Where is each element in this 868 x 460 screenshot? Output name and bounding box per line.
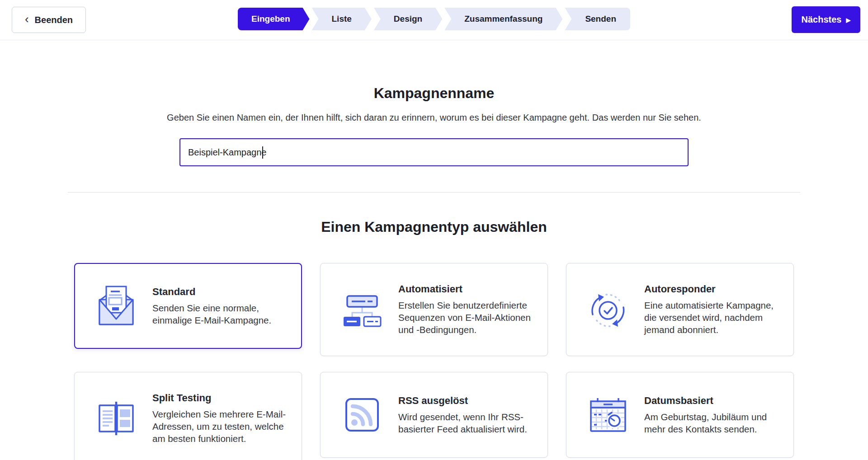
card-text: Split Testing Vergleichen Sie mehrere E-… [152, 392, 292, 445]
card-date-based[interactable]: Datumsbasiert Am Geburtstag, Jubiläum un… [566, 372, 794, 458]
step-label: Senden [585, 14, 616, 24]
step-eingeben[interactable]: Eingeben [238, 8, 310, 30]
step-senden[interactable]: Senden [565, 8, 630, 30]
card-rss-triggered[interactable]: RSS ausgelöst Wird gesendet, wenn Ihr RS… [320, 372, 548, 458]
exit-button[interactable]: ‹ Beenden [12, 7, 86, 33]
card-description: Am Geburtstag, Jubiläum und mehr des Kon… [644, 411, 784, 435]
next-button[interactable]: Nächstes ▶ [792, 6, 860, 33]
card-description: Wird gesendet, wenn Ihr RSS-basierter Fe… [398, 411, 538, 435]
card-text: Datumsbasiert Am Geburtstag, Jubiläum un… [644, 395, 784, 435]
card-text: Autoresponder Eine automatisierte Kampag… [644, 283, 784, 336]
card-description: Senden Sie eine normale, einmalige E-Mai… [152, 302, 292, 326]
card-title: Autoresponder [644, 283, 784, 295]
step-zusammenfassung[interactable]: Zusammenfassung [444, 8, 562, 30]
wizard-stepper: Eingeben Liste Design Zusammenfassung Se… [238, 8, 630, 30]
campaign-type-grid: Standard Senden Sie eine normale, einmal… [0, 263, 868, 460]
step-design[interactable]: Design [374, 8, 442, 30]
card-title: Standard [152, 286, 292, 298]
wizard-content: Kampagnenname Geben Sie einen Namen ein,… [0, 40, 868, 460]
card-description: Erstellen Sie benutzerdefinierte Sequenz… [398, 299, 538, 336]
card-autoresponder[interactable]: Autoresponder Eine automatisierte Kampag… [566, 263, 794, 356]
step-label: Zusammenfassung [464, 14, 542, 24]
section-divider [68, 192, 800, 192]
campaign-name-input-wrap [179, 138, 689, 166]
exit-button-label: Beenden [35, 15, 73, 25]
card-title: Datumsbasiert [644, 395, 784, 407]
card-description: Eine automatisierte Kampagne, die versen… [644, 299, 784, 336]
step-liste[interactable]: Liste [312, 8, 372, 30]
chevron-left-icon: ‹ [25, 13, 29, 25]
card-title: Automatisiert [398, 283, 538, 295]
campaign-type-title: Einen Kampagnentyp auswählen [0, 218, 868, 236]
card-text: Automatisiert Erstellen Sie benutzerdefi… [398, 283, 538, 336]
step-label: Eingeben [251, 14, 290, 24]
campaign-name-row [0, 138, 868, 166]
step-label: Design [394, 14, 422, 24]
card-text: RSS ausgelöst Wird gesendet, wenn Ihr RS… [398, 395, 538, 435]
card-automated[interactable]: Automatisiert Erstellen Sie benutzerdefi… [320, 263, 548, 356]
wizard-top-bar: ‹ Beenden Eingeben Liste Design Zusammen… [0, 0, 868, 40]
card-split-testing[interactable]: Split Testing Vergleichen Sie mehrere E-… [74, 372, 302, 460]
arrow-right-icon: ▶ [846, 17, 850, 23]
card-description: Vergleichen Sie mehrere E-Mail-Adressen,… [152, 408, 292, 445]
flowchart-icon [340, 287, 385, 332]
campaign-name-input[interactable] [179, 138, 689, 166]
page-description: Geben Sie einen Namen ein, der Ihnen hil… [0, 112, 868, 123]
page-title: Kampagnenname [0, 40, 868, 102]
card-title: Split Testing [152, 392, 292, 404]
card-title: RSS ausgelöst [398, 395, 538, 407]
split-book-icon [94, 396, 139, 441]
envelope-icon [94, 283, 139, 329]
step-label: Liste [332, 14, 352, 24]
calendar-icon [585, 392, 631, 437]
card-text: Standard Senden Sie eine normale, einmal… [152, 286, 292, 326]
card-standard[interactable]: Standard Senden Sie eine normale, einmal… [74, 263, 302, 349]
refresh-check-icon [585, 287, 631, 332]
rss-icon [340, 392, 385, 437]
next-button-label: Nächstes [802, 14, 842, 25]
text-caret [262, 146, 263, 159]
